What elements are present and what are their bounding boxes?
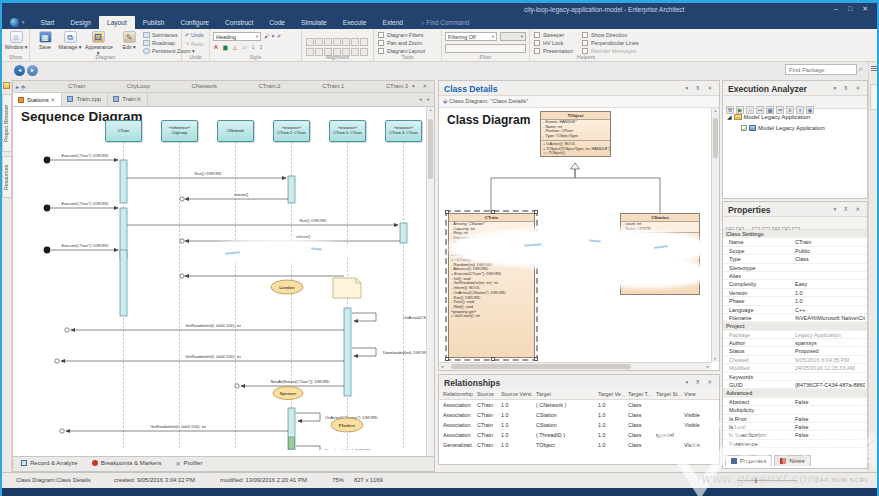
panel-buttons[interactable]: ▾ ⊼ ✕: [834, 85, 863, 91]
property-row[interactable]: Is Specification False: [723, 431, 867, 439]
diagram-tab-menu[interactable]: ▾ ✕: [412, 83, 430, 89]
panel-buttons[interactable]: ▾ ⊼ ✕: [686, 379, 715, 385]
tab-train-h[interactable]: Train.h: [108, 93, 147, 106]
diagram-tab[interactable]: CNetwork: [191, 83, 216, 89]
analyzer-run-icon[interactable]: ▶: [736, 106, 744, 114]
lifeline-header[interactable]: CNetwork: [217, 120, 254, 142]
class-details-header[interactable]: Class Details ▾ ⊼ ✕: [439, 81, 719, 96]
hv-lock-checkbox[interactable]: HV Lock: [534, 40, 563, 46]
swimlanes-button[interactable]: Swimlanes: [143, 32, 178, 38]
diagram-filters-checkbox[interactable]: Diagram Filters: [378, 32, 424, 38]
relationships-column-headers[interactable]: RelationshipSource Source Versi...Target…: [439, 389, 719, 400]
redo-button[interactable]: ↷ Redo: [185, 41, 204, 47]
window-controls[interactable]: – □ ✕: [834, 5, 872, 13]
navigate-forward-button[interactable]: ▸: [27, 65, 38, 76]
property-row[interactable]: Type Class: [723, 255, 867, 263]
execution-analyzer-header[interactable]: Execution Analyzer ▾ ⊼ ✕: [723, 81, 867, 96]
tab-design[interactable]: Design: [62, 16, 99, 29]
property-row[interactable]: Is Leaf False: [723, 423, 867, 431]
tab-record-analyze[interactable]: Record & Analyze: [21, 460, 78, 471]
app-logo-icon[interactable]: [10, 18, 19, 27]
selection-handle[interactable]: [445, 210, 449, 214]
analyzer-record-icon[interactable]: ▦: [766, 106, 774, 114]
manage-button[interactable]: ⧉Manage ▾: [57, 31, 83, 50]
lifeline-header[interactable]: «instance» CTrain.2: CTrain: [273, 120, 310, 142]
selection-handle[interactable]: [491, 357, 495, 361]
property-row[interactable]: Filename %VEA%\Microsoft Native\CityLo..…: [723, 314, 867, 322]
tab-stations[interactable]: Stations ✕: [13, 93, 62, 106]
property-row[interactable]: Package Legacy Application: [723, 331, 867, 339]
analyzer-list-icon[interactable]: ≔: [776, 106, 784, 114]
property-row[interactable]: Modified 24/05/2016 12:15:33 AM: [723, 364, 867, 372]
property-row[interactable]: GUID {84736CF7-C434-487a-8860-20B...: [723, 381, 867, 389]
property-row[interactable]: Status Proposed: [723, 347, 867, 355]
tab-notes[interactable]: Notes: [774, 455, 810, 466]
analyzer-build-icon[interactable]: ⚒: [726, 106, 734, 114]
property-row[interactable]: Version 1.0: [723, 289, 867, 297]
selection-handle[interactable]: [534, 357, 538, 361]
vertical-scrollbar[interactable]: ▴▾: [711, 108, 719, 362]
find-command-box[interactable]: ⌕ Find Command: [411, 16, 473, 29]
property-row[interactable]: Phase 1.0: [723, 297, 867, 305]
vertical-scrollbar[interactable]: ▴▾: [426, 107, 434, 463]
open-diagram-tab-strip[interactable]: ▸ ⬘ CTrainCityLoopCNetworkCTrain.2CTrain…: [13, 81, 434, 93]
property-row[interactable]: Created 9/05/2016 3:04:35 PM: [723, 356, 867, 364]
diagram-tab[interactable]: CTrain.1: [322, 83, 344, 89]
class-diagram-canvas[interactable]: Class Diagram TObject - Events: HANDLE*-…: [439, 108, 709, 364]
property-row[interactable]: Language C++: [723, 306, 867, 314]
app-menu-caret-icon[interactable]: ▾: [22, 19, 25, 29]
tab-extend[interactable]: Extend: [375, 16, 412, 29]
maximize-button[interactable]: □: [848, 5, 856, 12]
property-row[interactable]: Complexity Easy: [723, 280, 867, 288]
property-row[interactable]: Name CTrain: [723, 238, 867, 246]
selection-handle[interactable]: [534, 210, 538, 214]
font-format-icons[interactable]: A ▆ ◬ ▱ 1 2: [214, 44, 264, 50]
lifeline-header[interactable]: «reference» CityLoop: [161, 120, 198, 142]
relationship-row[interactable]: AssociationCTrain 1.0( ThreadID ) 1.0Cla…: [439, 430, 719, 440]
close-tab-icon[interactable]: ✕: [50, 97, 55, 103]
diagram-tab[interactable]: CityLoop: [127, 83, 150, 89]
font-style-combobox[interactable]: Heading▾: [213, 32, 261, 41]
hamburger-icon[interactable]: [871, 66, 878, 72]
undo-button[interactable]: ↶ Undo: [185, 32, 204, 38]
rail-folder-icon[interactable]: [3, 82, 10, 89]
property-row[interactable]: Scope Public: [723, 247, 867, 255]
selection-handle[interactable]: [445, 357, 449, 361]
zoom-slider[interactable]: [737, 480, 797, 481]
property-row[interactable]: Alias: [723, 272, 867, 280]
tab-train-cpp[interactable]: Train.cpp: [62, 93, 108, 106]
tab-publish[interactable]: Publish: [135, 16, 173, 29]
property-row[interactable]: Abstract False: [723, 398, 867, 406]
window-button[interactable]: ⌂Window ▾: [3, 31, 29, 50]
class-box-cstation[interactable]: CStation - count: int- Name: LPSTR + CSt…: [620, 213, 700, 295]
tab-breakpoints-markers[interactable]: Breakpoints & Markers: [92, 460, 162, 471]
property-row[interactable]: Class Settings: [723, 230, 867, 238]
title-bar[interactable]: city-loop-legacy-application-model - Ent…: [2, 3, 877, 16]
show-direction-checkbox[interactable]: Show Direction: [582, 32, 627, 38]
property-row[interactable]: Stereotype: [723, 264, 867, 272]
lifeline-header[interactable]: «instance» CTrain.3: CTrain: [385, 120, 422, 142]
diagram-tab[interactable]: CTrain.3: [386, 83, 408, 89]
property-row[interactable]: Keywords: [723, 373, 867, 381]
filtering-combobox[interactable]: Filtering Off▾: [445, 32, 497, 41]
analyzer-debug-icon[interactable]: ☼: [746, 106, 754, 114]
property-row[interactable]: Advanced: [723, 389, 867, 397]
property-row[interactable]: Project: [723, 322, 867, 330]
diagram-tab[interactable]: CTrain: [68, 83, 85, 89]
relationship-row[interactable]: AssociationCTrain 1.0( CNetwork ) 1.0Cla…: [439, 400, 719, 410]
lifeline-header[interactable]: «instance» CTrain.1: CTrain: [329, 120, 366, 142]
analyzer-step-icon[interactable]: ↦: [756, 106, 764, 114]
relationship-row[interactable]: AssociationCTrain 1.0CStation 1.0Class V…: [439, 410, 719, 420]
tab-execute[interactable]: Execute: [335, 16, 375, 29]
tab-start[interactable]: Start: [33, 16, 63, 29]
diagram-tab[interactable]: CTrain.2: [259, 83, 281, 89]
tab-configure[interactable]: Configure: [172, 16, 217, 29]
diagram-list-icon[interactable]: ▸ ⬘: [16, 83, 25, 90]
property-row[interactable]: Multiplicity: [723, 406, 867, 414]
analyzer-root-node[interactable]: ◢Model Legacy Application: [727, 114, 810, 120]
horizontal-scrollbar[interactable]: ◂▸: [439, 362, 711, 370]
property-row[interactable]: Author sparxsys: [723, 339, 867, 347]
sequence-diagram-canvas[interactable]: Sequence Diagram: [13, 107, 427, 450]
analyzer-child-node[interactable]: ✓Model Legacy Application: [741, 125, 825, 131]
navigate-back-button[interactable]: ◂: [14, 65, 25, 76]
